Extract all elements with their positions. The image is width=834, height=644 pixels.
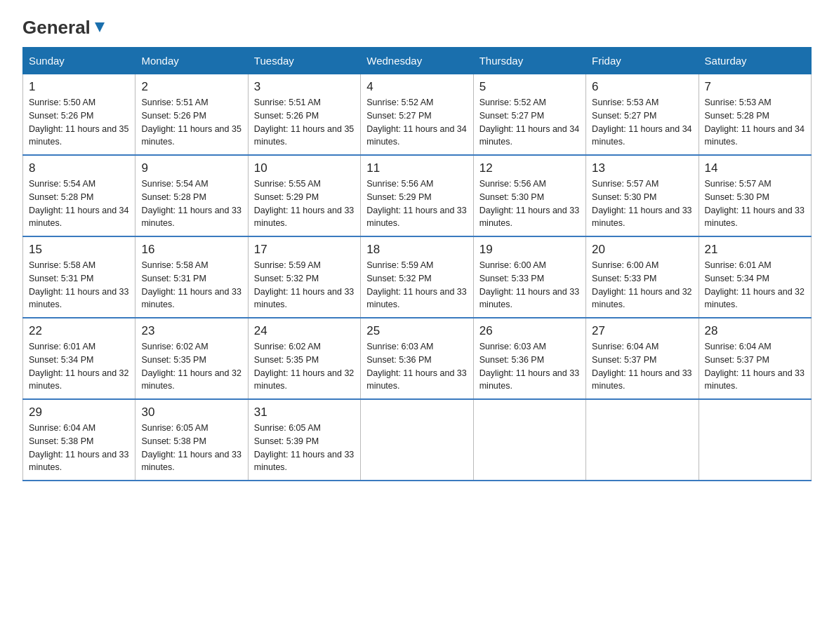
col-header-tuesday: Tuesday [248, 48, 360, 74]
logo-text-general: General [22, 17, 91, 39]
day-number: 27 [592, 324, 692, 338]
col-header-wednesday: Wednesday [361, 48, 473, 74]
day-number: 3 [254, 80, 355, 94]
calendar-cell: 20 Sunrise: 6:00 AMSunset: 5:33 PMDaylig… [586, 236, 699, 318]
calendar-cell: 17 Sunrise: 5:59 AMSunset: 5:32 PMDaylig… [248, 236, 360, 318]
day-number: 5 [479, 80, 580, 94]
calendar-cell: 26 Sunrise: 6:03 AMSunset: 5:36 PMDaylig… [473, 318, 585, 399]
day-number: 22 [29, 324, 129, 338]
day-number: 31 [254, 405, 355, 420]
col-header-friday: Friday [586, 48, 699, 74]
day-number: 20 [592, 243, 692, 257]
calendar-cell: 16 Sunrise: 5:58 AMSunset: 5:31 PMDaylig… [135, 236, 248, 318]
day-number: 10 [254, 161, 355, 175]
calendar-cell [361, 399, 473, 481]
day-info: Sunrise: 5:57 AMSunset: 5:30 PMDaylight:… [705, 179, 805, 228]
calendar-cell: 28 Sunrise: 6:04 AMSunset: 5:37 PMDaylig… [699, 318, 811, 399]
day-info: Sunrise: 6:00 AMSunset: 5:33 PMDaylight:… [592, 260, 691, 309]
calendar-cell: 7 Sunrise: 5:53 AMSunset: 5:28 PMDayligh… [699, 74, 811, 156]
day-number: 21 [705, 243, 805, 257]
day-info: Sunrise: 6:01 AMSunset: 5:34 PMDaylight:… [29, 342, 128, 391]
calendar-cell: 14 Sunrise: 5:57 AMSunset: 5:30 PMDaylig… [699, 155, 811, 236]
day-info: Sunrise: 5:58 AMSunset: 5:31 PMDaylight:… [29, 260, 128, 309]
calendar-cell: 2 Sunrise: 5:51 AMSunset: 5:26 PMDayligh… [135, 74, 248, 156]
day-info: Sunrise: 5:59 AMSunset: 5:32 PMDaylight:… [254, 260, 354, 309]
day-number: 2 [141, 80, 241, 94]
calendar-week-4: 22 Sunrise: 6:01 AMSunset: 5:34 PMDaylig… [23, 318, 812, 399]
day-number: 14 [705, 161, 805, 175]
calendar-cell: 12 Sunrise: 5:56 AMSunset: 5:30 PMDaylig… [473, 155, 585, 236]
day-number: 19 [479, 243, 580, 257]
calendar-week-1: 1 Sunrise: 5:50 AMSunset: 5:26 PMDayligh… [23, 74, 812, 156]
col-header-sunday: Sunday [23, 48, 135, 74]
page-header: General [22, 17, 812, 36]
calendar-cell: 1 Sunrise: 5:50 AMSunset: 5:26 PMDayligh… [23, 74, 135, 156]
day-number: 25 [366, 324, 467, 338]
day-info: Sunrise: 5:52 AMSunset: 5:27 PMDaylight:… [366, 98, 466, 147]
day-info: Sunrise: 5:57 AMSunset: 5:30 PMDaylight:… [592, 179, 691, 228]
calendar-cell: 11 Sunrise: 5:56 AMSunset: 5:29 PMDaylig… [361, 155, 473, 236]
day-number: 9 [141, 161, 241, 175]
day-number: 29 [29, 405, 129, 420]
day-info: Sunrise: 6:05 AMSunset: 5:39 PMDaylight:… [254, 423, 354, 472]
day-info: Sunrise: 5:54 AMSunset: 5:28 PMDaylight:… [141, 179, 241, 228]
day-info: Sunrise: 5:51 AMSunset: 5:26 PMDaylight:… [254, 98, 354, 147]
day-info: Sunrise: 5:56 AMSunset: 5:29 PMDaylight:… [366, 179, 466, 228]
day-number: 26 [479, 324, 580, 338]
calendar-week-5: 29 Sunrise: 6:04 AMSunset: 5:38 PMDaylig… [23, 399, 812, 481]
col-header-monday: Monday [135, 48, 248, 74]
day-info: Sunrise: 6:03 AMSunset: 5:36 PMDaylight:… [479, 342, 579, 391]
calendar-cell: 13 Sunrise: 5:57 AMSunset: 5:30 PMDaylig… [586, 155, 699, 236]
calendar-cell: 23 Sunrise: 6:02 AMSunset: 5:35 PMDaylig… [135, 318, 248, 399]
calendar-cell: 9 Sunrise: 5:54 AMSunset: 5:28 PMDayligh… [135, 155, 248, 236]
day-info: Sunrise: 6:04 AMSunset: 5:37 PMDaylight:… [705, 342, 805, 391]
day-number: 7 [705, 80, 805, 94]
day-info: Sunrise: 5:56 AMSunset: 5:30 PMDaylight:… [479, 179, 579, 228]
day-number: 16 [141, 243, 241, 257]
day-info: Sunrise: 6:02 AMSunset: 5:35 PMDaylight:… [141, 342, 241, 391]
calendar-week-3: 15 Sunrise: 5:58 AMSunset: 5:31 PMDaylig… [23, 236, 812, 318]
day-info: Sunrise: 6:02 AMSunset: 5:35 PMDaylight:… [254, 342, 354, 391]
calendar-cell: 31 Sunrise: 6:05 AMSunset: 5:39 PMDaylig… [248, 399, 360, 481]
day-info: Sunrise: 5:54 AMSunset: 5:28 PMDaylight:… [29, 179, 128, 228]
day-info: Sunrise: 6:05 AMSunset: 5:38 PMDaylight:… [141, 423, 241, 472]
day-info: Sunrise: 5:51 AMSunset: 5:26 PMDaylight:… [141, 98, 241, 147]
calendar-cell [699, 399, 811, 481]
day-info: Sunrise: 6:03 AMSunset: 5:36 PMDaylight:… [366, 342, 466, 391]
day-number: 1 [29, 80, 129, 94]
calendar-cell: 18 Sunrise: 5:59 AMSunset: 5:32 PMDaylig… [361, 236, 473, 318]
day-number: 13 [592, 161, 692, 175]
day-number: 28 [705, 324, 805, 338]
calendar-cell: 3 Sunrise: 5:51 AMSunset: 5:26 PMDayligh… [248, 74, 360, 156]
day-number: 24 [254, 324, 355, 338]
logo: General [22, 17, 107, 36]
day-number: 30 [141, 405, 241, 420]
day-info: Sunrise: 6:04 AMSunset: 5:37 PMDaylight:… [592, 342, 691, 391]
day-number: 12 [479, 161, 580, 175]
col-header-thursday: Thursday [473, 48, 585, 74]
calendar-cell: 19 Sunrise: 6:00 AMSunset: 5:33 PMDaylig… [473, 236, 585, 318]
calendar-cell: 15 Sunrise: 5:58 AMSunset: 5:31 PMDaylig… [23, 236, 135, 318]
calendar-cell: 21 Sunrise: 6:01 AMSunset: 5:34 PMDaylig… [699, 236, 811, 318]
day-number: 18 [366, 243, 467, 257]
calendar-cell [586, 399, 699, 481]
day-info: Sunrise: 6:04 AMSunset: 5:38 PMDaylight:… [29, 423, 128, 472]
day-number: 6 [592, 80, 692, 94]
col-header-saturday: Saturday [699, 48, 811, 74]
day-number: 23 [141, 324, 241, 338]
calendar-table: SundayMondayTuesdayWednesdayThursdayFrid… [22, 47, 812, 481]
day-info: Sunrise: 5:58 AMSunset: 5:31 PMDaylight:… [141, 260, 241, 309]
day-info: Sunrise: 5:55 AMSunset: 5:29 PMDaylight:… [254, 179, 354, 228]
calendar-cell: 30 Sunrise: 6:05 AMSunset: 5:38 PMDaylig… [135, 399, 248, 481]
day-info: Sunrise: 5:53 AMSunset: 5:27 PMDaylight:… [592, 98, 691, 147]
day-number: 4 [366, 80, 467, 94]
calendar-cell: 29 Sunrise: 6:04 AMSunset: 5:38 PMDaylig… [23, 399, 135, 481]
day-info: Sunrise: 5:59 AMSunset: 5:32 PMDaylight:… [366, 260, 466, 309]
calendar-cell: 25 Sunrise: 6:03 AMSunset: 5:36 PMDaylig… [361, 318, 473, 399]
day-number: 8 [29, 161, 129, 175]
day-info: Sunrise: 5:52 AMSunset: 5:27 PMDaylight:… [479, 98, 579, 147]
day-info: Sunrise: 6:01 AMSunset: 5:34 PMDaylight:… [705, 260, 805, 309]
day-number: 17 [254, 243, 355, 257]
day-info: Sunrise: 6:00 AMSunset: 5:33 PMDaylight:… [479, 260, 579, 309]
day-number: 15 [29, 243, 129, 257]
